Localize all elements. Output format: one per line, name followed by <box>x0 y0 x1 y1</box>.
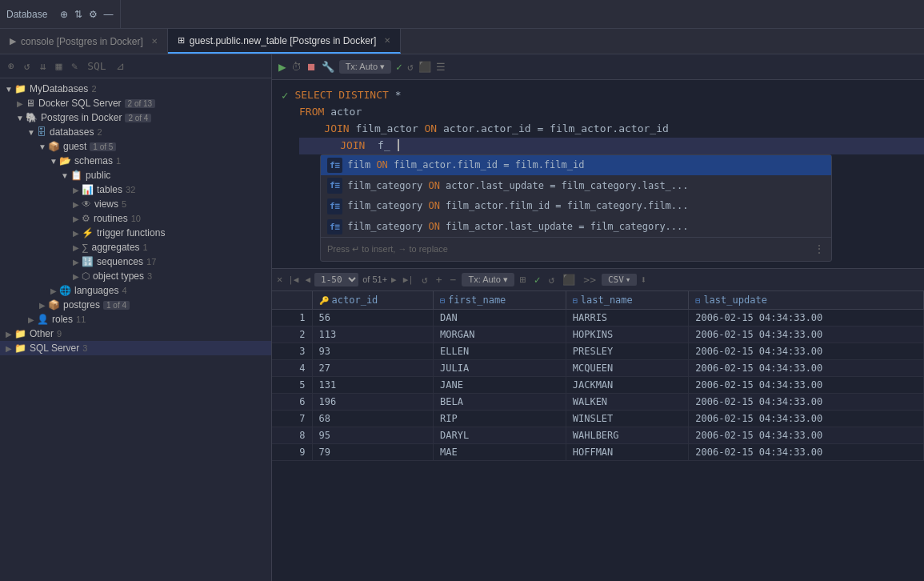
sidebar-toolbar: ⊕ ↺ ⇊ ▦ ✎ SQL ⊿ <box>0 54 271 78</box>
row-num: 1 <box>272 309 312 326</box>
cell-first-name: DAN <box>434 309 566 326</box>
results-commit-icon[interactable]: ✓ <box>532 272 543 287</box>
tab-new-table-close[interactable]: ✕ <box>384 36 390 45</box>
sidebar-item-mydatabases[interactable]: ▼ 📁 MyDatabases 2 <box>0 82 271 96</box>
table-row[interactable]: 1 56 DAN HARRIS 2006-02-15 04:34:33.00 <box>272 309 924 326</box>
minimize-icon[interactable]: — <box>104 9 114 20</box>
arrow-aggregates: ▶ <box>70 243 82 252</box>
sidebar-item-guest[interactable]: ▼ 📦 guest 1 of 5 <box>0 139 271 154</box>
autocomplete-item-3[interactable]: f≡ film_category ON film_actor.last_upda… <box>321 217 831 238</box>
cell-last-name: MCQUEEN <box>566 359 689 376</box>
cell-actor-id: 56 <box>312 309 434 326</box>
sidebar-item-other[interactable]: ▶ 📁 Other 9 <box>0 327 271 341</box>
sync-icon[interactable]: ⇅ <box>74 9 82 20</box>
table-row[interactable]: 8 95 DARYL WAHLBERG 2006-02-15 04:34:33.… <box>272 427 924 443</box>
cell-actor-id: 79 <box>312 443 434 460</box>
remove-row-icon[interactable]: − <box>448 272 459 287</box>
sidebar-item-docker-sql[interactable]: ▶ 🖥 Docker SQL Server 2 of 13 <box>0 96 271 110</box>
undo-icon[interactable]: ↺ <box>407 61 414 73</box>
sidebar-item-views[interactable]: ▶ 👁 views 5 <box>0 197 271 211</box>
col-header-last-name[interactable]: ⊟last_name <box>566 291 689 310</box>
table-row[interactable]: 3 93 ELLEN PRESLEY 2006-02-15 04:34:33.0… <box>272 343 924 359</box>
run-button[interactable]: ▶ <box>278 59 286 74</box>
table-row[interactable]: 4 27 JULIA MCQUEEN 2006-02-15 04:34:33.0… <box>272 359 924 376</box>
sql-server-icon: 📁 <box>14 343 26 354</box>
sidebar-item-aggregates[interactable]: ▶ ∑ aggregates 1 <box>0 240 271 254</box>
ac-text-3: film_category ON film_actor.last_update … <box>347 219 688 234</box>
results-table-wrap[interactable]: 🔑actor_id ⊟first_name ⊟last_name ⊟last_u… <box>272 291 924 581</box>
add-row-icon[interactable]: + <box>434 272 445 287</box>
results-grid-icon[interactable]: ⊞ <box>518 272 529 287</box>
commit-icon[interactable]: ✓ <box>396 61 402 73</box>
sidebar-add-icon[interactable]: ⊕ <box>5 58 18 74</box>
last-page-btn[interactable]: ▶| <box>401 274 416 286</box>
add-db-icon[interactable]: ⊕ <box>60 9 68 20</box>
sidebar-item-trigger-functions[interactable]: ▶ ⚡ trigger functions <box>0 226 271 240</box>
sidebar-item-postgres-db[interactable]: ▶ 📦 postgres 1 of 4 <box>0 298 271 312</box>
settings-icon[interactable]: ⚙ <box>89 9 98 20</box>
sidebar-item-sql-server[interactable]: ▶ 📁 SQL Server 3 <box>0 341 271 355</box>
table-row[interactable]: 6 196 BELA WALKEN 2006-02-15 04:34:33.00 <box>272 393 924 410</box>
row-num: 4 <box>272 359 312 376</box>
sidebar-item-public[interactable]: ▼ 📋 public <box>0 168 271 182</box>
sidebar-collapse-icon[interactable]: ⇊ <box>37 58 50 74</box>
col-header-last-update[interactable]: ⊟last_update <box>689 291 924 310</box>
sidebar-item-databases[interactable]: ▼ 🗄 databases 2 <box>0 125 271 139</box>
tab-console-close[interactable]: ✕ <box>151 37 158 46</box>
first-page-btn[interactable]: |◀ <box>286 274 301 286</box>
autocomplete-item-0[interactable]: f≡ film ON film_actor.film_id = film.fil… <box>321 155 831 176</box>
page-nav: |◀ ◀ 1-50 of 51+ ▶ ▶| <box>286 273 416 286</box>
sidebar-item-tables[interactable]: ▶ 📊 tables 32 <box>0 182 271 197</box>
menu-icon[interactable]: ☰ <box>436 61 446 73</box>
sidebar-view-icon[interactable]: ▦ <box>52 58 65 74</box>
sidebar-item-roles[interactable]: ▶ 👤 roles 11 <box>0 312 271 327</box>
autocomplete-item-2[interactable]: f≡ film_category ON film_actor.film_id =… <box>321 196 831 217</box>
refresh-results-icon[interactable]: ↺ <box>419 272 430 287</box>
table-row[interactable]: 7 68 RIP WINSLET 2006-02-15 04:34:33.00 <box>272 410 924 427</box>
csv-export-button[interactable]: CSV ▾ <box>602 274 638 286</box>
tab-console[interactable]: ▶ console [Postgres in Docker] ✕ <box>0 29 168 54</box>
prev-page-btn[interactable]: ◀ <box>302 274 313 286</box>
sidebar-sql-icon[interactable]: SQL <box>84 58 109 74</box>
col-header-actor-id[interactable]: 🔑actor_id <box>312 291 434 310</box>
sidebar-item-postgres-docker[interactable]: ▼ 🐘 Postgres in Docker 2 of 4 <box>0 110 271 125</box>
page-range-select[interactable]: 1-50 <box>314 273 358 286</box>
results-close-icon[interactable]: ✕ <box>277 274 282 285</box>
cancel-query-icon[interactable]: ⬛ <box>418 61 431 73</box>
sidebar-item-languages[interactable]: ▶ 🌐 languages 4 <box>0 283 271 298</box>
history-icon[interactable]: ⏱ <box>291 61 302 73</box>
download-icon[interactable]: ⬇ <box>640 274 646 286</box>
table-row[interactable]: 9 79 MAE HOFFMAN 2006-02-15 04:34:33.00 <box>272 443 924 460</box>
editor-code[interactable]: ✓ SELECT DISTINCT * FROM actor JOIN film… <box>272 80 924 268</box>
results-undo-icon[interactable]: ↺ <box>546 272 558 287</box>
results-expand-icon[interactable]: >> <box>581 272 598 287</box>
tools-icon[interactable]: 🔧 <box>322 61 334 73</box>
label-sql-server: SQL Server <box>30 343 79 354</box>
sidebar-item-object-types[interactable]: ▶ ⬡ object types 3 <box>0 269 271 283</box>
sidebar-edit-icon[interactable]: ✎ <box>68 58 81 74</box>
badge-tables: 32 <box>126 185 135 194</box>
results-tx-badge[interactable]: Tx: Auto ▾ <box>462 273 514 286</box>
autocomplete-more-icon[interactable]: ⋮ <box>814 240 825 258</box>
results-cancel-icon[interactable]: ⬛ <box>560 272 578 287</box>
autocomplete-item-1[interactable]: f≡ film_category ON actor.last_update = … <box>321 175 831 196</box>
col-header-first-name[interactable]: ⊟first_name <box>434 291 566 310</box>
results-area: ✕ |◀ ◀ 1-50 of 51+ ▶ ▶| ↺ + − Tx: Auto ▾… <box>272 268 924 581</box>
sidebar-item-routines[interactable]: ▶ ⚙ routines 10 <box>0 211 271 226</box>
sidebar-refresh-icon[interactable]: ↺ <box>21 58 34 74</box>
label-mydatabases: MyDatabases <box>30 83 88 94</box>
badge-guest: 1 of 5 <box>90 142 116 151</box>
sidebar-item-sequences[interactable]: ▶ 🔢 sequences 17 <box>0 254 271 269</box>
cell-last-update: 2006-02-15 04:34:33.00 <box>689 393 924 410</box>
stop-icon[interactable]: ⏹ <box>306 61 317 73</box>
autocomplete-box[interactable]: f≡ film ON film_actor.film_id = film.fil… <box>320 154 832 262</box>
table-row[interactable]: 5 131 JANE JACKMAN 2006-02-15 04:34:33.0… <box>272 376 924 393</box>
badge-roles: 11 <box>76 315 86 324</box>
tab-new-table[interactable]: ⊞ guest.public.new_table [Postgres in Do… <box>168 29 401 54</box>
tx-auto-badge[interactable]: Tx: Auto ▾ <box>339 60 391 74</box>
sidebar-item-schemas[interactable]: ▼ 📂 schemas 1 <box>0 154 271 168</box>
sidebar-filter-icon[interactable]: ⊿ <box>113 58 128 74</box>
next-page-btn[interactable]: ▶ <box>389 274 399 286</box>
cell-last-name: PRESLEY <box>566 343 689 359</box>
table-row[interactable]: 2 113 MORGAN HOPKINS 2006-02-15 04:34:33… <box>272 326 924 343</box>
